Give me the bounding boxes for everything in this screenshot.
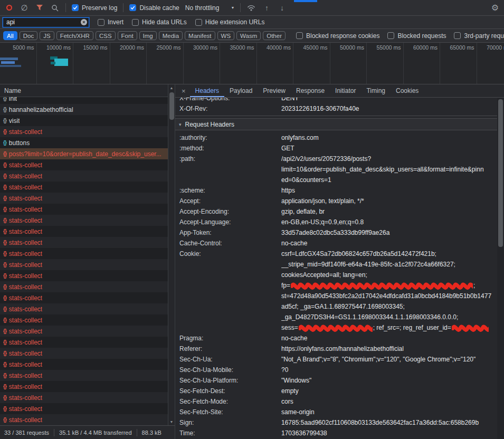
request-row[interactable]: {}stats-collect [0,414,168,425]
request-row[interactable]: {}stats-collect [0,370,168,381]
request-row[interactable]: {}stats-collect [0,259,168,270]
request-row[interactable]: {}stats-collect [0,193,168,204]
type-filter-fetch-xhr[interactable]: Fetch/XHR [56,31,93,40]
type-filter-all[interactable]: All [3,31,17,40]
import-har-icon[interactable]: ↑ [262,3,271,13]
request-row[interactable]: {}stats-collect [0,337,168,348]
tab-initiator[interactable]: Initiator [330,84,361,97]
type-filter-wasm[interactable]: Wasm [236,31,261,40]
request-row[interactable]: {}stats-collect [0,314,168,326]
type-filter-js[interactable]: JS [40,31,54,40]
scroll-down-icon[interactable]: ▼ [168,418,175,425]
request-row[interactable]: {}stats-collect [0,126,168,137]
scroll-up-icon[interactable]: ▲ [168,84,175,91]
type-filter-other[interactable]: Other [263,31,286,40]
tab-response[interactable]: Response [291,84,330,97]
request-headers-section[interactable]: ▾ Request Headers [175,118,497,130]
gear-icon[interactable]: ⚙ [490,3,500,13]
clear-network-log-icon[interactable]: ∅ [20,3,29,13]
name-column-header[interactable]: Name [0,84,175,97]
type-filter-font[interactable]: Font [118,31,137,40]
type-filter-img[interactable]: Img [139,31,157,40]
third-party-requests-checkbox[interactable]: 3rd-party requests [454,32,504,40]
request-name: stats-collect [9,217,42,224]
request-row[interactable]: {}buttons [0,137,168,148]
request-row[interactable]: {}init [0,97,168,104]
redaction-scribble [452,324,489,332]
request-row[interactable]: {}stats-collect [0,281,168,292]
request-row[interactable]: {}stats-collect [0,392,168,403]
header-row: Accept:application/json, text/plain, */* [175,196,497,206]
request-row[interactable]: {}stats-collect [0,326,168,337]
request-row[interactable]: {}stats-collect [0,226,168,237]
scrollbar-thumb[interactable] [498,99,503,247]
invert-checkbox[interactable]: Invert [98,18,123,26]
request-row[interactable]: {}stats-collect [0,170,168,182]
export-har-icon[interactable]: ↓ [277,3,287,13]
request-row[interactable]: {}stats-collect [0,182,168,193]
request-row[interactable]: {}stats-collect [0,359,168,370]
type-filter-manifest[interactable]: Manifest [185,31,215,40]
details-scrollbar[interactable] [497,98,504,439]
request-name: visit [9,117,20,125]
network-conditions-icon[interactable] [246,3,256,13]
file-type-icon: {} [3,217,6,223]
timeline-tick-label: 35000 ms [220,43,257,84]
request-row[interactable]: {}stats-collect [0,248,168,259]
request-row[interactable]: {}stats-collect [0,215,168,226]
header-value: 16785:5aad9602cf110608b03133de563642fac1… [281,417,497,428]
timeline-tick-label: 60000 ms [404,43,441,84]
preserve-log-checkbox[interactable]: Preserve log [72,4,117,12]
tab-headers[interactable]: Headers [190,84,224,97]
throttling-select[interactable]: No throttling ▼ [185,4,235,12]
disable-cache-checkbox[interactable]: Disable cache [129,4,179,12]
filter-input[interactable] [3,17,89,27]
type-filter-doc[interactable]: Doc [20,31,37,40]
type-filter-ws[interactable]: WS [217,31,235,40]
file-type-icon: {} [3,306,6,312]
timeline-overview[interactable]: 5000 ms10000 ms15000 ms20000 ms25000 ms3… [0,43,504,84]
request-row[interactable]: {}stats-collect [0,204,168,215]
invert-label: Invert [108,18,123,26]
request-row[interactable]: {}stats-collect [0,237,168,248]
request-row[interactable]: {}stats-collect [0,270,168,281]
file-type-icon: {} [3,151,6,157]
close-details-icon[interactable]: × [182,87,186,95]
request-row[interactable]: {}stats-collect [0,348,168,359]
tab-payload[interactable]: Payload [224,84,258,97]
collapse-triangle-icon: ▾ [179,122,182,127]
type-filter-media[interactable]: Media [159,31,183,40]
blocked-response-cookies-checkbox[interactable]: Blocked response cookies [296,32,379,40]
search-icon[interactable] [50,3,60,13]
tab-timing[interactable]: Timing [361,84,391,97]
hide-extension-urls-checkbox[interactable]: Hide extension URLs [195,18,265,26]
request-name: stats-collect [9,173,42,180]
clear-filter-icon[interactable]: × [81,19,87,25]
request-name: stats-collect [9,416,42,424]
tab-preview[interactable]: Preview [258,84,291,97]
request-row[interactable]: {}posts?limit=10&order=publish_date_desc… [0,148,168,159]
header-name: Accept: [179,196,281,206]
scrollbar-thumb[interactable] [169,92,174,120]
tab-cookies[interactable]: Cookies [391,84,424,97]
timeline-tick-label: 25000 ms [147,43,184,84]
request-row[interactable]: {}stats-collect [0,403,168,414]
filter-funnel-icon[interactable] [35,3,44,13]
hide-data-urls-checkbox[interactable]: Hide data URLs [132,18,187,26]
header-row: :scheme:https [175,185,497,196]
request-row[interactable]: {}stats-collect [0,303,168,314]
header-name: Sec-Ch-Ua: [179,354,281,365]
request-row[interactable]: {}stats-collect [0,381,168,392]
hide-extension-urls-label: Hide extension URLs [205,18,265,26]
header-name: Referer: [179,343,281,354]
blocked-requests-checkbox[interactable]: Blocked requests [387,32,446,40]
request-row[interactable]: {}stats-collect [0,159,168,170]
record-button[interactable] [4,3,14,13]
request-name: stats-collect [9,394,42,402]
request-row[interactable]: {}hannahelizabethofficial [0,104,168,115]
type-filter-css[interactable]: CSS [96,31,116,40]
request-row[interactable]: {}stats-collect [0,292,168,303]
request-row[interactable]: {}visit [0,115,168,126]
request-name: stats-collect [9,250,42,257]
requests-scrollbar[interactable]: ▲ ▼ [168,84,175,425]
